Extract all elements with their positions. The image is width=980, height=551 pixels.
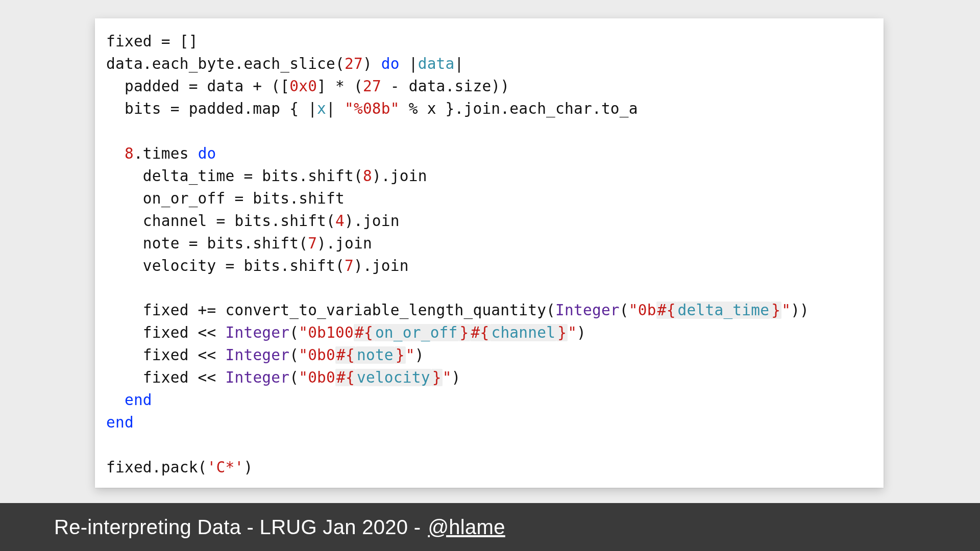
code-token: ) xyxy=(363,55,381,72)
code-token: ).join xyxy=(354,257,409,274)
code-token: end xyxy=(125,391,152,409)
code-token: fixed.pack( xyxy=(106,459,207,476)
code-token: ).join xyxy=(372,167,427,185)
code-token: #{ xyxy=(354,324,374,341)
code-token: velocity = bits.shift( xyxy=(106,257,345,274)
code-token: .times xyxy=(134,145,198,162)
code-token: } xyxy=(556,324,568,341)
code-token: ).join xyxy=(345,212,400,230)
code-token: #{ xyxy=(335,369,356,386)
code-token: ( xyxy=(289,369,299,386)
code-token: x xyxy=(317,100,326,117)
code-token: delta_time = bits.shift( xyxy=(106,167,363,185)
code-token: "%08b" xyxy=(345,100,400,117)
code-token: 'C*' xyxy=(207,459,244,476)
code-token: ) xyxy=(415,346,424,364)
code-token: Integer xyxy=(555,302,620,319)
code-token: note xyxy=(356,346,395,364)
code-token: data.each_byte.each_slice( xyxy=(106,55,345,72)
slide-card: fixed = [] data.each_byte.each_slice(27)… xyxy=(95,18,884,488)
code-token: | xyxy=(400,55,418,72)
code-token: " xyxy=(406,346,415,364)
code-token: padded = data + ([ xyxy=(106,78,289,95)
code-token: Integer xyxy=(226,369,290,386)
code-token: ] * ( xyxy=(317,78,363,95)
code-token: delta_time xyxy=(677,302,771,319)
code-token: fixed << xyxy=(106,346,226,364)
code-token: 7 xyxy=(345,257,354,274)
code-token: } xyxy=(459,324,470,341)
code-token: } xyxy=(431,369,443,386)
code-token: 8 xyxy=(125,145,134,162)
code-token: fixed = [] xyxy=(106,33,198,50)
code-token: " xyxy=(568,324,577,341)
code-token: ) xyxy=(577,324,586,341)
slide-footer: Re-interpreting Data - LRUG Jan 2020 - @… xyxy=(0,503,980,551)
code-token: )) xyxy=(791,302,809,319)
code-token: | xyxy=(326,100,345,117)
code-token xyxy=(106,391,125,409)
code-token: #{ xyxy=(335,346,356,364)
code-token: channel xyxy=(490,324,556,341)
code-token: % x }.join.each_char.to_a xyxy=(400,100,638,117)
code-token: ( xyxy=(289,324,299,341)
code-token: do xyxy=(381,55,400,72)
code-token: "0b0 xyxy=(299,346,335,364)
code-token: " xyxy=(443,369,452,386)
footer-handle: @hlame xyxy=(428,516,505,539)
code-token: #{ xyxy=(656,302,677,319)
code-token: on_or_off = bits.shift xyxy=(106,190,345,207)
code-token: bits = padded.map { | xyxy=(106,100,317,117)
code-token: } xyxy=(395,346,406,364)
code-token: 27 xyxy=(345,55,363,72)
code-token: on_or_off xyxy=(374,324,459,341)
code-token: 4 xyxy=(335,212,345,230)
code-token: channel = bits.shift( xyxy=(106,212,335,230)
code-token: ( xyxy=(289,346,299,364)
code-token: "0b0 xyxy=(299,369,335,386)
code-token: 8 xyxy=(363,167,372,185)
code-token: 27 xyxy=(363,78,381,95)
code-token: end xyxy=(106,414,134,431)
code-token: note = bits.shift( xyxy=(106,235,308,252)
code-token: - data.size)) xyxy=(381,78,509,95)
code-token: Integer xyxy=(226,346,290,364)
code-token: data xyxy=(418,55,455,72)
code-token: ).join xyxy=(317,235,372,252)
code-token xyxy=(106,145,125,162)
footer-text: Re-interpreting Data - LRUG Jan 2020 - xyxy=(54,516,421,539)
code-token: | xyxy=(455,55,464,72)
code-token: fixed << xyxy=(106,369,226,386)
code-token: "0b xyxy=(629,302,656,319)
code-token: 0x0 xyxy=(289,78,317,95)
code-block: fixed = [] data.each_byte.each_slice(27)… xyxy=(106,31,873,479)
code-token: ( xyxy=(620,302,629,319)
code-token: #{ xyxy=(470,324,491,341)
code-token: Integer xyxy=(226,324,290,341)
code-token: 7 xyxy=(308,235,317,252)
code-token: fixed += convert_to_variable_length_quan… xyxy=(106,302,555,319)
code-token: } xyxy=(770,302,781,319)
code-token: do xyxy=(198,145,216,162)
code-token: " xyxy=(781,302,791,319)
code-token: ) xyxy=(243,459,253,476)
code-token: ) xyxy=(452,369,461,386)
code-token: "0b100 xyxy=(299,324,354,341)
code-token: fixed << xyxy=(106,324,226,341)
code-token: velocity xyxy=(356,369,431,386)
